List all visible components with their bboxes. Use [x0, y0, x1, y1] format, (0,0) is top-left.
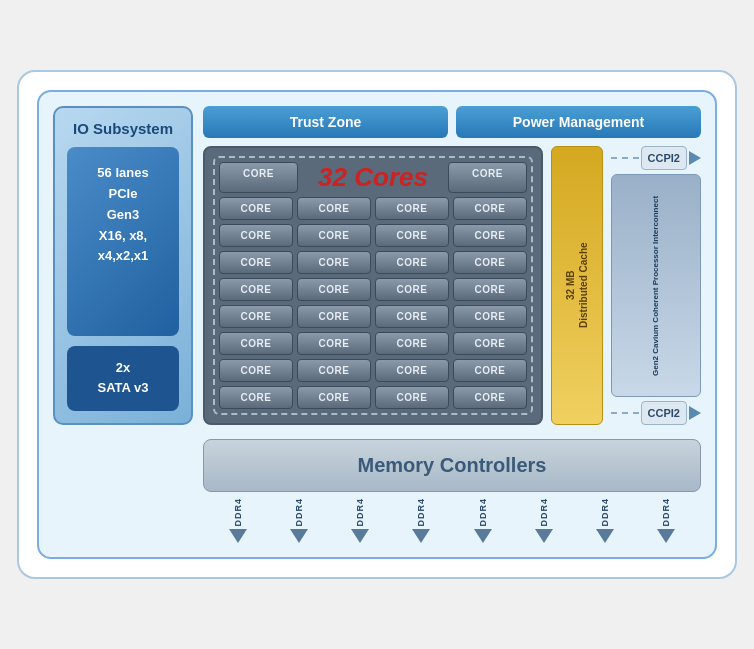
core-cell: CORE	[297, 359, 371, 382]
core-cell: CORE	[448, 162, 527, 193]
core-cell: CORE	[453, 332, 527, 355]
ddr4-arrow	[474, 529, 492, 543]
trust-zone-bar: Trust Zone	[203, 106, 448, 138]
core-cell: CORE	[375, 224, 449, 247]
pcie-line5: x4,x2,x1	[98, 248, 149, 263]
ddr4-arrow	[535, 529, 553, 543]
cache-panel: 32 MBDistributed Cache	[551, 146, 603, 425]
core-cell: CORE	[297, 197, 371, 220]
pcie-line4: X16, x8,	[99, 228, 147, 243]
core-cell: CORE	[297, 278, 371, 301]
ccpi2-top-row: CCPI2	[611, 146, 701, 170]
power-mgmt-bar: Power Management	[456, 106, 701, 138]
pcie-box: 56 lanes PCIe Gen3 X16, x8, x4,x2,x1	[67, 147, 179, 335]
ddr4-item: DDR4	[229, 498, 247, 543]
core-cell: CORE	[219, 197, 293, 220]
ddr4-arrow	[657, 529, 675, 543]
core-cell: CORE	[375, 305, 449, 328]
pcie-line3: Gen3	[107, 207, 140, 222]
ddr4-arrow	[229, 529, 247, 543]
core-cell: CORE	[219, 332, 293, 355]
top-bars: Trust Zone Power Management	[203, 106, 701, 138]
memory-row: Memory Controllers DDR4 DDR4 DDR4 DDR4 D…	[53, 439, 701, 543]
core-cell: CORE	[375, 278, 449, 301]
core-cell: CORE	[219, 224, 293, 247]
pcie-line1: 56 lanes	[97, 165, 148, 180]
ddr4-label: DDR4	[478, 498, 488, 527]
ddr4-label: DDR4	[539, 498, 549, 527]
sata-line2: SATA v3	[97, 380, 148, 395]
core-cell: CORE	[219, 386, 293, 409]
pcie-line2: PCIe	[109, 186, 138, 201]
core-dashed-area: CORE 32 Cores CORE CORECORECORECORECOREC…	[213, 156, 533, 415]
core-cell: CORE	[297, 332, 371, 355]
io-subsystem-title: IO Subsystem	[73, 120, 173, 137]
ddr4-item: DDR4	[535, 498, 553, 543]
ddr4-label: DDR4	[233, 498, 243, 527]
ddr4-label: DDR4	[355, 498, 365, 527]
ccpi2-bottom-label: CCPI2	[641, 401, 687, 425]
core-area-row: CORE 32 Cores CORE CORECORECORECORECOREC…	[203, 146, 701, 425]
sata-box: 2x SATA v3	[67, 346, 179, 412]
ddr4-label: DDR4	[294, 498, 304, 527]
core-cell: CORE	[219, 359, 293, 382]
core-rows: CORECORECORECORECORECORECORECORECORECORE…	[219, 197, 527, 409]
core-cell: CORE	[453, 224, 527, 247]
right-block: Trust Zone Power Management CORE 32 Core…	[203, 106, 701, 425]
ddr4-item: DDR4	[596, 498, 614, 543]
core-cell: CORE	[219, 305, 293, 328]
cache-label: 32 MBDistributed Cache	[564, 243, 590, 329]
core-cell: CORE	[297, 386, 371, 409]
ddr4-label: DDR4	[600, 498, 610, 527]
ddr4-item: DDR4	[474, 498, 492, 543]
core-cell: CORE	[375, 359, 449, 382]
ddr4-item: DDR4	[351, 498, 369, 543]
ccpi2-bottom-row: CCPI2	[611, 401, 701, 425]
ccpi2-bottom-arrow	[689, 406, 701, 420]
memory-spacer	[53, 439, 193, 543]
core-cell: CORE	[453, 278, 527, 301]
cores-big-label: 32 Cores	[302, 162, 444, 193]
core-cell: CORE	[375, 332, 449, 355]
core-cell: CORE	[375, 251, 449, 274]
ccpi2-top-label: CCPI2	[641, 146, 687, 170]
core-cell: CORE	[453, 386, 527, 409]
core-cell: CORE	[219, 278, 293, 301]
core-cell: CORE	[453, 359, 527, 382]
core-cell: CORE	[453, 305, 527, 328]
ddr4-label: DDR4	[661, 498, 671, 527]
ddr4-item: DDR4	[290, 498, 308, 543]
top-row: IO Subsystem 56 lanes PCIe Gen3 X16, x8,…	[53, 106, 701, 425]
core-cell: CORE	[375, 197, 449, 220]
memory-ctrl-box: Memory Controllers	[203, 439, 701, 492]
ddr4-row: DDR4 DDR4 DDR4 DDR4 DDR4 DDR4 DDR4 DDR4	[203, 498, 701, 543]
core-cell: CORE	[297, 251, 371, 274]
ddr4-item: DDR4	[657, 498, 675, 543]
dashed-line-top	[611, 157, 639, 159]
core-grid-panel: CORE 32 Cores CORE CORECORECORECORECOREC…	[203, 146, 543, 425]
core-cell: CORE	[453, 197, 527, 220]
ddr4-arrow	[412, 529, 430, 543]
core-cell: CORE	[219, 162, 298, 193]
main-container: IO Subsystem 56 lanes PCIe Gen3 X16, x8,…	[37, 90, 717, 559]
dashed-line-bottom	[611, 412, 639, 414]
interconnect-label: Gen2 Cavium Coherent Processor Interconn…	[611, 174, 701, 397]
diagram-wrapper: IO Subsystem 56 lanes PCIe Gen3 X16, x8,…	[17, 70, 737, 579]
ddr4-item: DDR4	[412, 498, 430, 543]
core-cell: CORE	[453, 251, 527, 274]
ddr4-arrow	[596, 529, 614, 543]
ddr4-label: DDR4	[416, 498, 426, 527]
core-cell: CORE	[219, 251, 293, 274]
io-subsystem: IO Subsystem 56 lanes PCIe Gen3 X16, x8,…	[53, 106, 193, 425]
ccpi2-top-arrow	[689, 151, 701, 165]
ddr4-arrow	[351, 529, 369, 543]
core-cell: CORE	[375, 386, 449, 409]
memory-controllers-block: Memory Controllers DDR4 DDR4 DDR4 DDR4 D…	[203, 439, 701, 543]
core-cell: CORE	[297, 305, 371, 328]
ddr4-arrow	[290, 529, 308, 543]
core-cell: CORE	[297, 224, 371, 247]
sata-line1: 2x	[116, 360, 130, 375]
